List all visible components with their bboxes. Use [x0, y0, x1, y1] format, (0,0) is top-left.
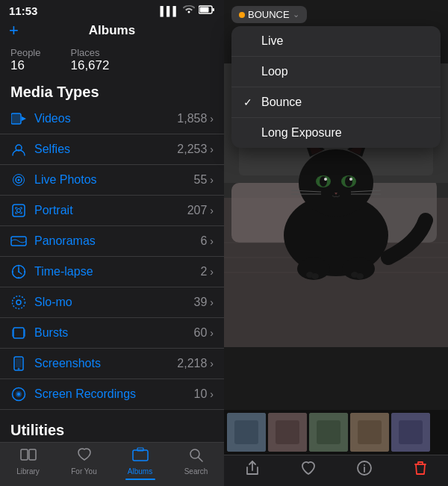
- battery-icon: [199, 5, 215, 16]
- list-item[interactable]: Screen Recordings 10 ›: [0, 379, 224, 410]
- nav-albums[interactable]: Albums: [112, 447, 168, 480]
- list-item[interactable]: Panoramas 6 ›: [0, 226, 224, 257]
- utilities-section: Utilities: [0, 414, 224, 442]
- library-icon: [20, 447, 37, 466]
- share-button[interactable]: [244, 460, 261, 480]
- screenshots-label: Screenshots: [34, 357, 177, 370]
- nav-search[interactable]: Search: [168, 447, 224, 480]
- media-list: Videos 1,858 › Selfies 2,253 ›: [0, 104, 224, 414]
- bounce-trigger-button[interactable]: BOUNCE ⌄: [231, 6, 307, 23]
- dropdown-item-bounce[interactable]: ✓ Bounce: [231, 87, 441, 118]
- timelapse-chevron: ›: [210, 266, 214, 278]
- thumbnail-1[interactable]: [227, 413, 266, 452]
- live-photos-count: 55: [194, 173, 208, 187]
- for-you-label: For You: [71, 467, 96, 476]
- svg-rect-27: [16, 358, 22, 367]
- svg-rect-80: [399, 420, 423, 444]
- svg-rect-1: [200, 7, 209, 13]
- status-bar: 11:53 ▌▌▌: [0, 0, 224, 20]
- loop-label: Loop: [261, 65, 288, 78]
- svg-point-21: [13, 296, 25, 309]
- thumbnail-5[interactable]: [391, 413, 430, 452]
- videos-chevron: ›: [210, 113, 214, 125]
- dropdown-item-live[interactable]: Live: [231, 26, 441, 57]
- list-item[interactable]: Screenshots 2,218 ›: [0, 349, 224, 379]
- info-button[interactable]: [356, 460, 373, 480]
- status-icons: ▌▌▌: [160, 5, 215, 16]
- list-item[interactable]: Selfies 2,253 ›: [0, 134, 224, 165]
- dropdown-item-loop[interactable]: Loop: [231, 57, 441, 87]
- timelapse-label: Time-lapse: [34, 265, 200, 278]
- svg-rect-34: [29, 449, 36, 460]
- dropdown-menu: Live Loop ✓ Bounce Long Exposure: [231, 26, 441, 148]
- timelapse-count: 2: [200, 265, 207, 278]
- thumbnail-2[interactable]: [268, 413, 307, 452]
- active-indicator: [125, 479, 155, 480]
- list-item[interactable]: Time-lapse 2 ›: [0, 257, 224, 287]
- portrait-label: Portrait: [34, 204, 187, 217]
- add-button[interactable]: +: [9, 22, 19, 39]
- videos-icon: [10, 110, 27, 127]
- albums-nav-label: Albums: [128, 467, 152, 476]
- panoramas-label: Panoramas: [34, 234, 200, 248]
- svg-point-31: [17, 393, 20, 396]
- svg-rect-78: [358, 420, 382, 444]
- list-item[interactable]: Live Photos 55 ›: [0, 165, 224, 196]
- search-label: Search: [184, 467, 208, 476]
- list-item[interactable]: Bursts 60 ›: [0, 318, 224, 349]
- nav-library[interactable]: Library: [0, 447, 56, 480]
- svg-point-9: [18, 179, 20, 181]
- screenshots-icon: [10, 355, 27, 372]
- slomo-chevron: ›: [210, 296, 214, 308]
- live-photos-icon: [10, 172, 27, 188]
- bounce-dot: [239, 12, 245, 18]
- people-item[interactable]: People 16: [10, 47, 40, 73]
- videos-label: Videos: [34, 112, 177, 125]
- svg-marker-5: [22, 116, 26, 121]
- bottom-nav: Library For You Albums: [0, 442, 224, 486]
- wifi-icon: [183, 5, 195, 16]
- thumbnail-3[interactable]: [309, 413, 348, 452]
- slomo-count: 39: [194, 296, 208, 309]
- svg-point-49: [299, 149, 373, 216]
- svg-rect-35: [133, 450, 148, 461]
- bounce-check: ✓: [243, 96, 255, 108]
- svg-rect-23: [13, 328, 24, 338]
- nav-for-you[interactable]: For You: [56, 447, 112, 480]
- library-label: Library: [16, 467, 40, 476]
- screen-recordings-count: 10: [194, 387, 208, 401]
- selfies-label: Selfies: [34, 143, 177, 156]
- live-photos-chevron: ›: [210, 174, 214, 186]
- screen-recordings-label: Screen Recordings: [34, 387, 194, 401]
- dropdown-item-long-exposure[interactable]: Long Exposure: [231, 118, 441, 148]
- list-item[interactable]: Videos 1,858 ›: [0, 104, 224, 134]
- places-item[interactable]: Places 16,672: [70, 47, 109, 73]
- like-button[interactable]: [300, 460, 317, 480]
- list-item[interactable]: Portrait 207 ›: [0, 196, 224, 226]
- svg-point-28: [18, 368, 19, 370]
- for-you-icon: [76, 447, 93, 466]
- bursts-icon: [10, 325, 27, 341]
- bursts-chevron: ›: [210, 327, 214, 339]
- thumbnail-4[interactable]: [350, 413, 389, 452]
- bounce-label-item: Bounce: [261, 96, 302, 109]
- slomo-icon: [10, 294, 27, 311]
- delete-button[interactable]: [412, 460, 429, 480]
- svg-point-59: [349, 178, 352, 181]
- svg-point-58: [324, 178, 327, 181]
- videos-count: 1,858: [177, 112, 207, 125]
- list-item[interactable]: Slo-mo 39 ›: [0, 287, 224, 318]
- panoramas-chevron: ›: [210, 235, 214, 247]
- svg-line-16: [19, 272, 22, 274]
- svg-point-22: [16, 300, 21, 305]
- svg-rect-74: [276, 420, 299, 444]
- screen-recordings-icon: [10, 386, 27, 402]
- thumbnail-strip: [224, 410, 448, 455]
- svg-rect-3: [11, 113, 21, 124]
- utilities-title: Utilities: [10, 422, 64, 438]
- svg-rect-76: [317, 420, 340, 444]
- svg-rect-2: [213, 8, 215, 11]
- screenshots-chevron: ›: [210, 358, 214, 370]
- people-label: People: [10, 47, 40, 58]
- svg-line-38: [198, 458, 202, 462]
